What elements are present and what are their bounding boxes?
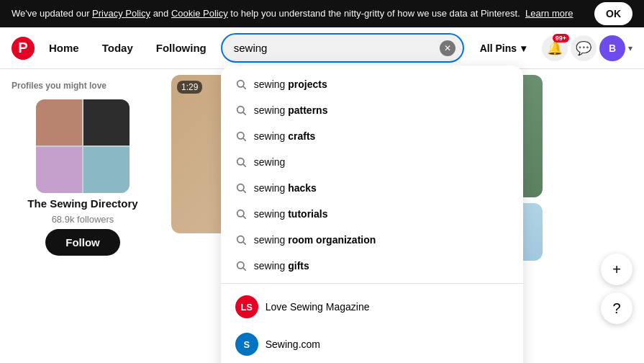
mosaic-cell-4 xyxy=(83,147,130,193)
svg-line-13 xyxy=(243,242,246,245)
suggestion-text-1: sewing patterns xyxy=(254,104,328,116)
notif-badge: 99+ xyxy=(553,34,569,42)
nav-icons: 🔔 99+ 💬 B ▾ xyxy=(542,35,632,61)
pinterest-logo[interactable]: P xyxy=(12,37,35,60)
help-float-button[interactable]: ? xyxy=(601,292,632,324)
dropdown-divider xyxy=(221,283,523,284)
profiles-title: Profiles you might love xyxy=(12,81,154,91)
suggestion-text-6: sewing room organization xyxy=(254,234,376,246)
svg-point-4 xyxy=(237,133,243,139)
cookie-banner: We've updated our Privacy Policy and Coo… xyxy=(0,0,644,27)
account-name-0: Love Sewing Magazine xyxy=(266,301,370,313)
cookie-text: We've updated our Privacy Policy and Coo… xyxy=(12,8,573,19)
account-item-1[interactable]: S Sewing.com xyxy=(221,326,523,363)
svg-line-11 xyxy=(243,216,246,219)
svg-point-6 xyxy=(237,158,243,165)
profile-followers: 68.9k followers xyxy=(52,214,114,225)
suggestion-item-3[interactable]: sewing xyxy=(221,149,523,175)
ok-button[interactable]: OK xyxy=(594,2,632,25)
suggestion-text-3: sewing xyxy=(254,156,286,168)
svg-point-2 xyxy=(237,107,243,113)
svg-line-15 xyxy=(243,268,246,271)
svg-line-9 xyxy=(243,190,246,193)
profile-name: The Sewing Directory xyxy=(27,197,137,210)
messages-button[interactable]: 💬 xyxy=(571,35,597,61)
search-clear-button[interactable]: ✕ xyxy=(440,40,455,56)
navbar: P Home Today Following ✕ sewing projects… xyxy=(0,27,644,69)
suggestion-item-4[interactable]: sewing hacks xyxy=(221,175,523,201)
video-duration: 1:29 xyxy=(177,81,202,94)
account-item-0[interactable]: LS Love Sewing Magazine xyxy=(221,288,523,326)
all-pins-button[interactable]: All Pins ▾ xyxy=(470,37,536,60)
nav-home[interactable]: Home xyxy=(40,36,88,60)
suggestion-text-2: sewing crafts xyxy=(254,130,316,142)
cookie-link[interactable]: Cookie Policy xyxy=(171,8,228,19)
svg-line-3 xyxy=(243,112,246,115)
svg-line-1 xyxy=(243,86,246,89)
svg-line-5 xyxy=(243,138,246,141)
notifications-button[interactable]: 🔔 99+ xyxy=(542,35,568,61)
search-container: ✕ sewing projects sewing patterns sewing… xyxy=(221,33,464,63)
suggestion-item-2[interactable]: sewing crafts xyxy=(221,123,523,149)
suggestion-item-1[interactable]: sewing patterns xyxy=(221,97,523,123)
account-avatar-0: LS xyxy=(235,295,258,318)
mosaic-cell-1 xyxy=(36,99,82,145)
account-avatar-1: S xyxy=(235,333,258,356)
add-float-button[interactable]: + xyxy=(601,254,632,285)
suggestion-text-4: sewing hacks xyxy=(254,182,317,194)
nav-following[interactable]: Following xyxy=(148,36,215,60)
suggestion-item-7[interactable]: sewing gifts xyxy=(221,253,523,279)
learn-more-link[interactable]: Learn more xyxy=(525,8,573,19)
svg-point-8 xyxy=(237,184,243,191)
svg-point-0 xyxy=(237,81,243,87)
svg-point-12 xyxy=(237,236,243,243)
privacy-link[interactable]: Privacy Policy xyxy=(92,8,150,19)
svg-point-14 xyxy=(237,262,243,269)
suggestion-text-7: sewing gifts xyxy=(254,260,309,272)
search-input[interactable] xyxy=(221,33,464,63)
suggestion-item-0[interactable]: sewing projects xyxy=(221,71,523,97)
suggestion-item-6[interactable]: sewing room organization xyxy=(221,227,523,253)
profile-mosaic xyxy=(36,99,130,193)
svg-line-7 xyxy=(243,164,246,167)
avatar-button[interactable]: B xyxy=(599,35,625,61)
suggestion-text-0: sewing projects xyxy=(254,79,327,90)
sidebar-card: Profiles you might love The Sewing Direc… xyxy=(0,69,165,353)
nav-chevron-button[interactable]: ▾ xyxy=(628,43,632,53)
mosaic-cell-2 xyxy=(83,99,130,145)
all-pins-label: All Pins xyxy=(480,42,517,54)
chevron-down-icon: ▾ xyxy=(521,42,526,54)
svg-point-10 xyxy=(237,210,243,217)
nav-today[interactable]: Today xyxy=(94,36,142,60)
follow-button[interactable]: Follow xyxy=(45,229,120,256)
float-buttons: + ? xyxy=(601,254,632,324)
suggestion-item-5[interactable]: sewing tutorials xyxy=(221,201,523,227)
account-name-1: Sewing.com xyxy=(266,339,320,350)
search-dropdown: sewing projects sewing patterns sewing c… xyxy=(221,66,523,363)
suggestion-text-5: sewing tutorials xyxy=(254,208,328,220)
mosaic-cell-3 xyxy=(36,147,82,193)
profile-card: The Sewing Directory 68.9k followers Fol… xyxy=(12,99,154,256)
